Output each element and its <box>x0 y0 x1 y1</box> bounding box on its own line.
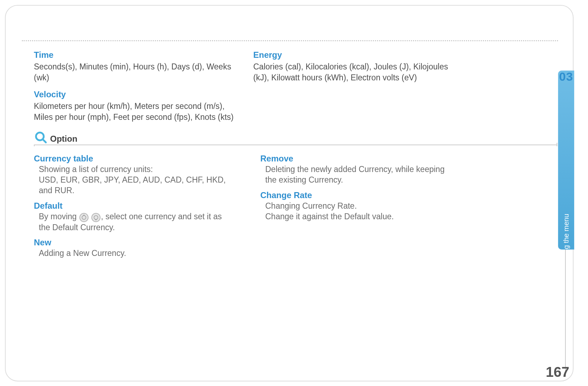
body-time: Seconds(s), Minutes (min), Hours (h), Da… <box>34 61 235 83</box>
page-frame: Time Seconds(s), Minutes (min), Hours (h… <box>5 5 574 381</box>
magnifier-icon <box>34 131 47 145</box>
heading-new: New <box>34 238 231 247</box>
svg-line-1 <box>43 139 46 142</box>
svg-point-2 <box>80 213 88 222</box>
body-new: Adding a New Currency. <box>39 248 231 259</box>
dotted-rule <box>22 40 558 41</box>
svg-point-5 <box>92 213 100 222</box>
units-content: Time Seconds(s), Minutes (min), Hours (h… <box>34 49 556 129</box>
heading-currency-table: Currency table <box>34 154 231 164</box>
body-default: By moving , select one currency and set … <box>39 212 231 233</box>
body-velocity: Kilometers per hour (km/h), Meters per s… <box>34 101 235 123</box>
chapter-label: Using the menu <box>562 214 570 263</box>
body-remove: Deleting the newly added Currency, while… <box>265 164 458 185</box>
option-section-label: Option <box>50 134 80 144</box>
heading-change-rate: Change Rate <box>260 190 458 200</box>
right-vertical-rule <box>565 250 566 376</box>
option-rule <box>34 145 557 145</box>
heading-energy: Energy <box>253 50 454 60</box>
options-left-column: Currency table Showing a list of currenc… <box>34 154 231 264</box>
page-number: 167 <box>546 364 569 380</box>
options-content: Currency table Showing a list of currenc… <box>34 154 556 264</box>
chapter-number: 03 <box>558 70 574 84</box>
heading-time: Time <box>34 50 235 60</box>
nav-up-icon <box>79 212 89 222</box>
body-change-rate: Changing Currency Rate. Change it agains… <box>265 201 458 222</box>
heading-remove: Remove <box>260 154 458 164</box>
svg-point-7 <box>96 219 97 220</box>
rule-tick-right <box>557 143 557 146</box>
body-currency-table: Showing a list of currency units: USD, E… <box>39 164 231 196</box>
heading-default: Default <box>34 201 231 211</box>
body-default-pre: By moving <box>39 212 79 221</box>
heading-velocity: Velocity <box>34 90 235 99</box>
options-right-column: Remove Deleting the newly added Currency… <box>260 154 458 264</box>
svg-point-4 <box>83 215 84 216</box>
chapter-tab: 03 Using the menu <box>558 71 574 250</box>
units-right-column: Energy Calories (cal), Kilocalories (kca… <box>253 49 454 129</box>
units-left-column: Time Seconds(s), Minutes (min), Hours (h… <box>34 49 235 129</box>
body-energy: Calories (cal), Kilocalories (kcal), Jou… <box>253 61 454 83</box>
nav-down-icon <box>91 212 101 222</box>
